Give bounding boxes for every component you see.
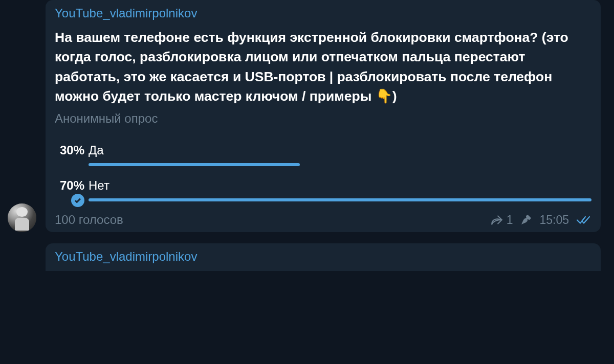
poll-bar-fill	[89, 163, 300, 166]
poll-percent: 30%	[55, 142, 89, 158]
poll-option-2[interactable]: 70% Нет	[55, 177, 591, 201]
poll-bar-fill	[89, 198, 591, 201]
channel-name[interactable]: YouTube_vladimirpolnikov	[55, 6, 591, 20]
poll-option-1[interactable]: 30% Да	[55, 142, 591, 166]
message-bubble: YouTube_vladimirpolnikov	[46, 243, 601, 271]
poll-question: На вашем телефоне есть функция экстренно…	[55, 28, 591, 106]
poll-option-label: Да	[89, 142, 591, 158]
vote-check-icon	[71, 194, 84, 207]
poll-option-body: Да	[89, 142, 591, 166]
chat-container: YouTube_vladimirpolnikov На вашем телефо…	[0, 0, 614, 364]
message-bubble: YouTube_vladimirpolnikov На вашем телефо…	[46, 0, 601, 232]
poll-options: 30% Да 70% Нет	[55, 142, 591, 201]
avatar[interactable]	[8, 203, 36, 232]
poll-bar-track	[89, 198, 591, 201]
pin-icon[interactable]	[520, 214, 532, 226]
share-count: 1	[507, 213, 513, 227]
message-time: 15:05	[539, 213, 569, 227]
poll-option-label: Нет	[89, 177, 591, 193]
channel-name[interactable]: YouTube_vladimirpolnikov	[55, 249, 591, 264]
poll-type-label: Анонимный опрос	[55, 111, 591, 126]
share-icon	[490, 213, 503, 226]
message-row-2: YouTube_vladimirpolnikov	[0, 243, 614, 271]
poll-bar-track	[89, 163, 591, 166]
read-status-icon	[576, 214, 591, 225]
poll-percent: 70%	[55, 177, 89, 193]
votes-count: 100 голосов	[55, 213, 123, 227]
footer-right: 1 15:05	[490, 213, 591, 227]
avatar-column	[8, 203, 36, 232]
message-row-1: YouTube_vladimirpolnikov На вашем телефо…	[0, 0, 614, 232]
poll-option-body: Нет	[89, 177, 591, 201]
avatar-image	[8, 203, 36, 232]
message-footer: 100 голосов 1	[55, 213, 591, 227]
share-group[interactable]: 1	[490, 213, 513, 227]
